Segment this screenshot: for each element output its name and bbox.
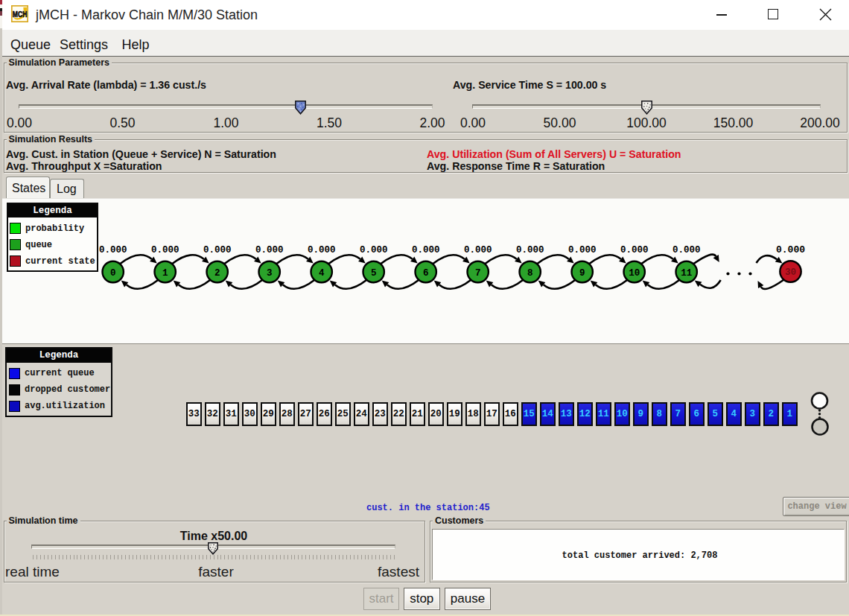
svg-text:10: 10 — [629, 268, 640, 279]
svg-text:4: 4 — [319, 268, 325, 279]
svg-text:0.000: 0.000 — [99, 245, 127, 255]
svg-text:0.000: 0.000 — [776, 244, 805, 255]
svg-text:1: 1 — [162, 268, 168, 279]
svg-text:0.000: 0.000 — [255, 245, 284, 255]
svg-text:11: 11 — [681, 268, 692, 279]
svg-text:0: 0 — [110, 268, 116, 279]
svg-text:2: 2 — [214, 268, 220, 279]
svg-text:3: 3 — [267, 268, 273, 279]
svg-text:0.000: 0.000 — [360, 245, 388, 255]
svg-text:0.000: 0.000 — [620, 245, 649, 255]
svg-text:7: 7 — [475, 268, 481, 279]
svg-text:0.000: 0.000 — [412, 245, 440, 255]
svg-text:0.000: 0.000 — [464, 245, 492, 255]
svg-text:9: 9 — [579, 268, 585, 279]
svg-text:0.000: 0.000 — [568, 245, 597, 255]
svg-text:0.000: 0.000 — [203, 245, 232, 255]
svg-text:8: 8 — [527, 268, 533, 279]
svg-text:0.000: 0.000 — [151, 245, 179, 255]
svg-text:0.000: 0.000 — [516, 245, 544, 255]
svg-text:0.000: 0.000 — [308, 245, 336, 255]
svg-text:0.000: 0.000 — [672, 245, 701, 255]
svg-text:5: 5 — [371, 268, 377, 279]
svg-text:MCH: MCH — [13, 10, 27, 19]
svg-text:30: 30 — [785, 267, 796, 278]
svg-text:6: 6 — [423, 268, 429, 279]
